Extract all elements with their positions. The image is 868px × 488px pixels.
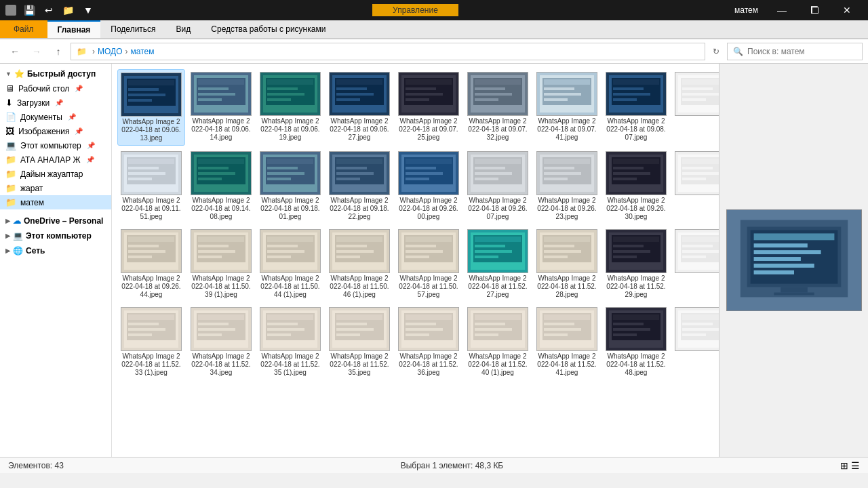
file-item[interactable]: WhatsApp Image 2022-04-18 at 09.06.27.jp… [326, 69, 393, 146]
breadcrumb-modo[interactable]: МОДО [98, 47, 123, 56]
svg-rect-62 [682, 98, 706, 101]
file-item[interactable]: WhatsApp Image 2022-04-18 at 09.26.30.jp… [603, 148, 669, 224]
file-name-label: WhatsApp Image 2022-04-18 at 09.26.44.jp… [121, 274, 182, 299]
file-item[interactable]: WhatsApp Image 2022-04-18 at 11.52.29.jp… [603, 226, 669, 302]
window-controls[interactable]: — ⧠ ✕ [766, 0, 863, 20]
file-item[interactable]: WhatsApp Image 2022-04-18 at 11.52.28.jp… [534, 226, 600, 302]
svg-rect-257 [753, 243, 807, 247]
tab-share[interactable]: Поделиться [100, 20, 165, 38]
breadcrumb-matem[interactable]: матем [131, 47, 155, 56]
file-thumbnail [675, 72, 719, 116]
svg-rect-19 [267, 93, 304, 96]
sidebar-network-header[interactable]: ▶ 🌐 Сеть [0, 243, 111, 258]
svg-rect-206 [267, 314, 313, 320]
file-item[interactable]: WhatsApp Image 2022-04-18 at 11.52.33 (1… [117, 304, 185, 380]
sidebar-item-ata[interactable]: 📁 АТА АНАЛАР Ж 📌 [0, 152, 111, 167]
undo-button[interactable]: ↩ [41, 3, 56, 17]
tab-picture-tools[interactable]: Средства работы с рисунками [201, 20, 336, 38]
file-item[interactable]: WhatsApp Image 2022-04-18 at 09.06.19.jp… [257, 69, 323, 146]
tab-file[interactable]: Файл [0, 20, 47, 38]
sidebar-item-this-pc[interactable]: 💻 Этот компьютер 📌 [0, 138, 111, 152]
svg-rect-34 [406, 98, 429, 101]
file-item[interactable] [672, 304, 719, 380]
svg-rect-260 [753, 264, 814, 268]
sidebar-thispc-header[interactable]: ▶ 💻 Этот компьютер [0, 228, 111, 243]
file-item[interactable]: WhatsApp Image 2022-04-18 at 11.52.40 (1… [465, 304, 531, 380]
file-thumbnail [675, 151, 719, 195]
file-item[interactable]: WhatsApp Image 2022-04-18 at 09.06.13.jp… [117, 69, 185, 146]
file-item[interactable]: WhatsApp Image 2022-04-18 at 11.52.27.jp… [465, 226, 531, 302]
sidebar-label-documents: Документы [20, 113, 62, 122]
file-item[interactable]: WhatsApp Image 2022-04-18 at 09.07.25.jp… [395, 69, 462, 146]
sidebar-quick-access-header[interactable]: ▼ ⭐ Быстрый доступ [0, 66, 111, 81]
sidebar-item-zharat[interactable]: 📁 жарат [0, 181, 111, 195]
tab-home[interactable]: Главная [47, 20, 101, 38]
list-view-button[interactable]: ☰ [851, 460, 860, 471]
file-item[interactable]: WhatsApp Image 2022-04-18 at 09.26.07.jp… [465, 148, 531, 224]
sidebar-item-images[interactable]: 🖼 Изображения 📌 [0, 124, 111, 138]
refresh-button[interactable]: ↻ [708, 43, 724, 60]
file-name-label: WhatsApp Image 2022-04-18 at 09.06.19.jp… [260, 117, 321, 142]
search-input[interactable] [747, 47, 849, 56]
search-box[interactable]: 🔍 [727, 43, 863, 60]
properties-button[interactable]: ▼ [80, 3, 96, 17]
sidebar-item-documents[interactable]: 📄 Документы 📌 [0, 110, 111, 124]
svg-rect-103 [475, 172, 512, 175]
quick-access-toolbar[interactable]: 💾 ↩ 📁 ▼ [20, 3, 96, 17]
svg-rect-139 [198, 256, 222, 258]
file-item[interactable]: WhatsApp Image 2022-04-18 at 11.52.35 (1… [257, 304, 323, 380]
file-item[interactable]: WhatsApp Image 2022-04-18 at 09.06.14.jp… [188, 69, 254, 146]
file-item[interactable]: WhatsApp Image 2022-04-18 at 09.18.22.jp… [326, 148, 393, 224]
file-item[interactable]: WhatsApp Image 2022-04-18 at 11.52.48.jp… [603, 304, 669, 380]
save-button[interactable]: 💾 [20, 3, 39, 17]
svg-rect-173 [544, 250, 581, 253]
ribbon-tab-management[interactable]: Управление [372, 4, 458, 16]
back-button[interactable]: ← [5, 42, 24, 61]
file-item[interactable] [672, 226, 719, 302]
file-thumbnail [329, 72, 390, 116]
svg-rect-59 [682, 79, 719, 85]
preview-image [726, 209, 862, 311]
file-item[interactable]: WhatsApp Image 2022-04-18 at 11.52.34.jp… [188, 304, 254, 380]
file-item[interactable]: WhatsApp Image 2022-04-18 at 11.50.39 (1… [188, 226, 254, 302]
file-item[interactable]: WhatsApp Image 2022-04-18 at 09.26.23.jp… [534, 148, 600, 224]
file-item[interactable]: WhatsApp Image 2022-04-18 at 09.08.07.jp… [603, 69, 669, 146]
file-item[interactable] [672, 69, 719, 146]
minimize-button[interactable]: — [766, 0, 797, 20]
file-item[interactable]: WhatsApp Image 2022-04-18 at 11.52.41.jp… [534, 304, 600, 380]
file-item[interactable]: WhatsApp Image 2022-04-18 at 09.18.01.jp… [257, 148, 323, 224]
forward-button[interactable]: → [27, 42, 46, 61]
sidebar-item-daiyn[interactable]: 📁 Дайын жауаптар [0, 167, 111, 181]
sidebar-item-downloads[interactable]: ⬇ Загрузки 📌 [0, 96, 111, 110]
file-item[interactable]: WhatsApp Image 2022-04-18 at 11.50.44 (1… [257, 226, 323, 302]
tab-view[interactable]: Вид [166, 20, 201, 38]
file-item[interactable]: WhatsApp Image 2022-04-18 at 09.14.08.jp… [188, 148, 254, 224]
file-item[interactable]: WhatsApp Image 2022-04-18 at 09.07.32.jp… [465, 69, 531, 146]
maximize-button[interactable]: ⧠ [799, 0, 830, 20]
address-path[interactable]: 📁 › МОДО › матем [71, 43, 705, 60]
view-toggle[interactable]: ⊞ ☰ [840, 460, 860, 471]
file-item[interactable]: WhatsApp Image 2022-04-18 at 09.07.41.jp… [534, 69, 600, 146]
file-item[interactable]: WhatsApp Image 2022-04-18 at 09.26.00.jp… [395, 148, 462, 224]
file-item[interactable]: WhatsApp Image 2022-04-18 at 11.52.36.jp… [395, 304, 462, 380]
file-thumbnail [467, 307, 528, 351]
file-item[interactable]: WhatsApp Image 2022-04-18 at 11.50.57.jp… [395, 226, 462, 302]
file-item[interactable] [672, 148, 719, 224]
sidebar-item-desktop[interactable]: 🖥 Рабочий стол 📌 [0, 81, 111, 96]
svg-rect-220 [406, 314, 452, 320]
svg-rect-87 [336, 159, 382, 164]
svg-rect-125 [682, 178, 706, 180]
file-item[interactable]: WhatsApp Image 2022-04-18 at 09.11.51.jp… [117, 148, 185, 224]
file-item[interactable]: WhatsApp Image 2022-04-18 at 11.50.46 (1… [326, 226, 393, 302]
close-button[interactable]: ✕ [831, 0, 863, 20]
sidebar-onedrive-header[interactable]: ▶ ☁ OneDrive – Personal [0, 214, 111, 228]
file-item[interactable]: WhatsApp Image 2022-04-18 at 09.26.44.jp… [117, 226, 185, 302]
folder-icon-small: 📁 [77, 47, 87, 56]
svg-rect-60 [682, 87, 713, 90]
grid-view-button[interactable]: ⊞ [840, 460, 848, 471]
new-folder-button[interactable]: 📁 [59, 3, 77, 17]
up-button[interactable]: ↑ [49, 42, 68, 61]
file-item[interactable]: WhatsApp Image 2022-04-18 at 11.52.35.jp… [326, 304, 393, 380]
sidebar-item-matem[interactable]: 📁 матем [0, 195, 111, 209]
this-pc-icon: 💻 [5, 140, 16, 150]
